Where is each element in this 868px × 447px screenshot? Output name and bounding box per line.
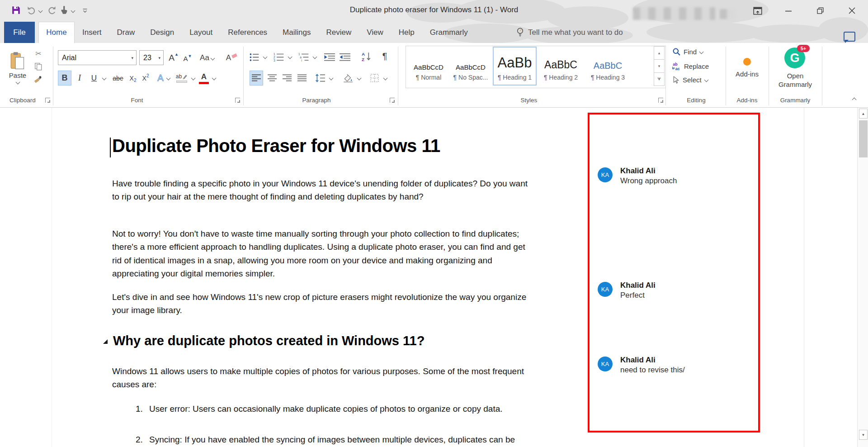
save-icon[interactable]: [10, 4, 22, 16]
style-heading2[interactable]: AaBbC ¶ Heading 2: [538, 48, 583, 86]
tab-references[interactable]: References: [220, 22, 275, 43]
open-grammarly-button[interactable]: G 5+ Open Grammarly: [769, 44, 822, 92]
document-heading2[interactable]: Why are duplicate photos created in Wind…: [113, 333, 425, 348]
increase-indent-button[interactable]: [338, 51, 352, 63]
shading-button[interactable]: [341, 71, 355, 86]
font-size-dropdown-icon[interactable]: ▾: [158, 56, 160, 60]
format-painter-icon[interactable]: [32, 74, 44, 86]
style-heading3[interactable]: AaBbC ¶ Heading 3: [585, 48, 631, 86]
text-effects-button[interactable]: A: [155, 71, 166, 86]
redo-icon[interactable]: [46, 5, 58, 16]
borders-dropdown-icon[interactable]: [383, 76, 388, 81]
bullets-dropdown-icon[interactable]: [263, 55, 268, 59]
style-heading1-selected[interactable]: AaBb ¶ Heading 1: [493, 47, 537, 86]
decrease-indent-button[interactable]: [323, 51, 336, 63]
font-family-dropdown-icon[interactable]: ▾: [131, 56, 133, 60]
account-avatar-blurred[interactable]: [720, 9, 735, 19]
line-spacing-button[interactable]: [313, 71, 327, 86]
align-right-button[interactable]: [280, 71, 294, 86]
find-button[interactable]: Find: [673, 48, 703, 56]
scrollbar-thumb[interactable]: [859, 120, 868, 157]
tab-review[interactable]: Review: [318, 22, 359, 43]
sort-button[interactable]: A Z: [360, 50, 373, 63]
tab-view[interactable]: View: [359, 22, 391, 43]
customize-qat-icon[interactable]: [80, 5, 90, 15]
multilevel-dropdown-icon[interactable]: [313, 55, 317, 59]
font-size-combobox[interactable]: 23 ▾: [139, 50, 164, 65]
font-dialog-launcher-icon[interactable]: [235, 98, 240, 103]
line-spacing-dropdown-icon[interactable]: [329, 76, 334, 81]
paragraph-2[interactable]: Not to worry! You don't have to waste ti…: [112, 227, 535, 281]
grow-font-button[interactable]: A▲: [167, 51, 180, 65]
font-family-combobox[interactable]: Arial ▾: [58, 50, 137, 65]
close-button[interactable]: [839, 0, 864, 21]
tab-layout[interactable]: Layout: [182, 22, 220, 43]
select-button[interactable]: Select: [673, 76, 708, 84]
collapse-ribbon-icon[interactable]: [852, 98, 857, 102]
paragraph-1[interactable]: Have trouble finding a specific photo in…: [112, 177, 535, 204]
tab-help[interactable]: Help: [391, 22, 422, 43]
touch-mode-icon[interactable]: [58, 4, 70, 16]
numbering-button[interactable]: 1 2 3: [271, 51, 287, 63]
tab-mailings[interactable]: Mailings: [275, 22, 318, 43]
change-case-button[interactable]: Aa: [198, 51, 216, 65]
tab-design[interactable]: Design: [142, 22, 182, 43]
cut-icon[interactable]: ✂: [33, 48, 44, 59]
clipboard-dialog-launcher-icon[interactable]: [45, 98, 50, 103]
styles-scroll-down-icon[interactable]: ▾: [654, 59, 665, 73]
styles-more-icon[interactable]: ▾: [654, 72, 665, 86]
document-heading1[interactable]: Duplicate Photo Eraser for Windows 11: [112, 136, 440, 156]
scroll-up-icon[interactable]: ▲: [859, 109, 868, 119]
style-no-spacing[interactable]: AaBbCcD ¶ No Spac...: [450, 48, 491, 86]
replace-button[interactable]: ab ac Replace: [672, 62, 709, 71]
restore-button[interactable]: [807, 0, 833, 21]
add-ins-button[interactable]: Add-ins: [726, 45, 769, 90]
scroll-down-icon[interactable]: ▼: [859, 430, 868, 440]
superscript-button[interactable]: X2: [140, 71, 151, 86]
bold-button[interactable]: B: [58, 71, 71, 86]
paragraph-4[interactable]: Windows 11 allows users to make multiple…: [112, 365, 535, 391]
italic-button[interactable]: I: [74, 71, 85, 86]
align-left-button[interactable]: [250, 71, 263, 86]
shrink-font-button[interactable]: A▼: [182, 52, 193, 65]
style-normal[interactable]: AaBbCcD ¶ Normal: [409, 48, 448, 86]
clear-formatting-button[interactable]: A: [224, 51, 239, 65]
paragraph-dialog-launcher-icon[interactable]: [390, 98, 395, 103]
shading-dropdown-icon[interactable]: [357, 76, 362, 81]
copy-icon[interactable]: [33, 61, 44, 72]
multilevel-list-button[interactable]: 1 a i: [296, 51, 311, 63]
text-effects-dropdown-icon[interactable]: [166, 76, 171, 81]
vertical-scrollbar[interactable]: ▲ ▼: [857, 108, 868, 447]
paste-button[interactable]: Paste: [5, 46, 30, 89]
account-name-blurred[interactable]: [633, 7, 715, 20]
underline-dropdown-icon[interactable]: [102, 76, 107, 81]
minimize-button[interactable]: [776, 0, 801, 21]
borders-button[interactable]: [367, 71, 382, 86]
highlight-dropdown-icon[interactable]: [191, 76, 196, 81]
font-color-dropdown-icon[interactable]: [212, 76, 217, 81]
heading-collapse-icon[interactable]: [103, 339, 108, 344]
strikethrough-button[interactable]: abe: [110, 71, 126, 86]
styles-dialog-launcher-icon[interactable]: [658, 98, 663, 103]
tell-me-box[interactable]: Tell me what you want to do: [516, 22, 623, 43]
align-center-button[interactable]: [265, 71, 279, 86]
tab-grammarly[interactable]: Grammarly: [422, 22, 476, 43]
subscript-button[interactable]: X2: [127, 71, 139, 86]
paragraph-3[interactable]: Let's dive in and see how Windows 11's n…: [112, 290, 535, 317]
comments-icon[interactable]: [844, 32, 855, 42]
bullets-button[interactable]: [248, 51, 261, 63]
show-formatting-button[interactable]: ¶: [379, 49, 391, 63]
tab-draw[interactable]: Draw: [109, 22, 143, 43]
underline-button[interactable]: U: [88, 71, 100, 86]
styles-scroll-up-icon[interactable]: ▴: [654, 46, 665, 60]
highlight-button[interactable]: ab: [174, 71, 190, 86]
ribbon-display-options-icon[interactable]: [745, 0, 770, 21]
font-color-button[interactable]: A: [197, 71, 211, 86]
list-item-1[interactable]: User error: Users can occasionally make …: [149, 402, 535, 415]
numbering-dropdown-icon[interactable]: [288, 55, 292, 59]
tab-home[interactable]: Home: [38, 22, 75, 43]
justify-button[interactable]: [295, 71, 309, 86]
undo-icon[interactable]: [25, 5, 37, 16]
tab-file[interactable]: File: [4, 22, 35, 43]
tab-insert[interactable]: Insert: [75, 22, 109, 43]
